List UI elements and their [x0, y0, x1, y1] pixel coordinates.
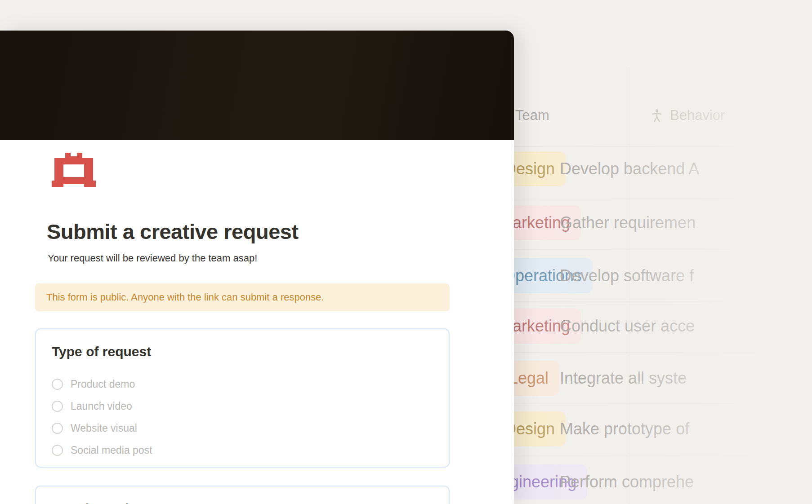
column-header-team: Team — [515, 107, 549, 124]
radio-option-label: Launch video — [71, 400, 132, 412]
behavior-cell: Integrate all syste — [560, 369, 687, 388]
screen: Team Behavior Design Develop backend A M… — [0, 0, 812, 504]
behavior-cell: Conduct user acce — [560, 317, 695, 336]
public-form-banner: This form is public. Anyone with the lin… — [35, 283, 450, 311]
column-header-behavior: Behavior — [650, 107, 725, 124]
cover-image — [0, 31, 514, 140]
question-label: Attach mockups — [52, 501, 156, 504]
behavior-cell: Perform comprehe — [560, 473, 694, 491]
radio-option[interactable]: Website visual — [52, 417, 433, 439]
radio-circle-icon[interactable] — [52, 445, 63, 456]
question-card-attach-mockups: Attach mockups — [35, 486, 450, 504]
form-panel: Submit a creative request Your request w… — [0, 31, 514, 504]
radio-circle-icon[interactable] — [52, 423, 63, 434]
radio-group: Product demo Launch video Website visual… — [52, 373, 433, 461]
radio-option[interactable]: Product demo — [52, 373, 433, 395]
form-title: Submit a creative request — [47, 219, 299, 244]
radio-circle-icon[interactable] — [52, 401, 63, 412]
question-card-type-of-request: Type of request Product demo Launch vide… — [35, 328, 450, 468]
column-header-behavior-label: Behavior — [670, 107, 725, 124]
radio-option[interactable]: Launch video — [52, 395, 433, 417]
picture-frame-icon — [52, 146, 96, 190]
radio-circle-icon[interactable] — [52, 379, 63, 390]
behavior-cell: Develop backend A — [560, 159, 699, 178]
radio-option[interactable]: Social media post — [52, 439, 433, 461]
form-subtitle: Your request will be reviewed by the tea… — [48, 252, 257, 264]
question-label: Type of request — [52, 344, 151, 359]
person-icon — [650, 108, 664, 123]
public-form-banner-text: This form is public. Anyone with the lin… — [46, 292, 324, 303]
radio-option-label: Social media post — [71, 444, 152, 456]
radio-option-label: Product demo — [71, 378, 135, 390]
floral-painting — [0, 31, 514, 140]
behavior-cell: Make prototype of — [560, 420, 689, 438]
column-divider — [629, 67, 629, 504]
behavior-cell: Gather requiremen — [560, 213, 696, 232]
behavior-cell: Develop software f — [560, 266, 694, 285]
radio-option-label: Website visual — [71, 422, 137, 434]
